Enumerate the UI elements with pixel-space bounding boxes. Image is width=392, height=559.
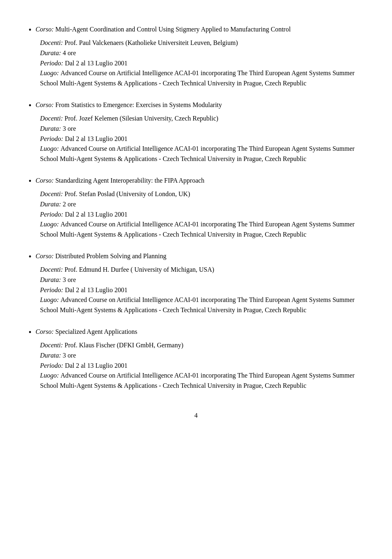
corso-value-2: From Statistics to Emergence: Exercises … xyxy=(55,101,222,108)
durata-label-4: Durata: xyxy=(40,276,63,283)
corso-text-4: Corso: Distributed Problem Solving and P… xyxy=(36,251,166,262)
bullet-icon-3: • xyxy=(29,175,31,188)
corso-row-3: •Corso: Standardizing Agent Interoperabi… xyxy=(29,176,363,188)
luogo-value-4: Advanced Course on Artificial Intelligen… xyxy=(40,296,354,313)
periodo-label-3: Periodo: xyxy=(40,211,65,218)
docenti-line-3: Docenti: Prof. Stefan Poslad (University… xyxy=(29,189,363,199)
docenti-value-4: Prof. Edmund H. Durfee ( University of M… xyxy=(65,266,214,273)
luogo-label-3: Luogo: xyxy=(40,221,60,228)
durata-label-3: Durata: xyxy=(40,201,63,208)
luogo-block-3: Luogo: Advanced Course on Artificial Int… xyxy=(29,219,363,240)
durata-line-1: Durata: 4 ore xyxy=(29,48,363,58)
periodo-value-5: Dal 2 al 13 Luglio 2001 xyxy=(65,362,127,369)
docenti-line-4: Docenti: Prof. Edmund H. Durfee ( Univer… xyxy=(29,265,363,275)
corso-value-5: Specialized Agent Applications xyxy=(55,328,137,335)
luogo-label-1: Luogo: xyxy=(40,69,60,76)
luogo-value-1: Advanced Course on Artificial Intelligen… xyxy=(40,69,354,87)
corso-label-5: Corso: xyxy=(36,328,55,335)
course-block-2: •Corso: From Statistics to Emergence: Ex… xyxy=(29,100,363,164)
corso-text-2: Corso: From Statistics to Emergence: Exe… xyxy=(36,100,222,110)
course-block-3: •Corso: Standardizing Agent Interoperabi… xyxy=(29,176,363,240)
luogo-value-3: Advanced Course on Artificial Intelligen… xyxy=(40,221,354,238)
periodo-label-5: Periodo: xyxy=(40,362,65,369)
periodo-value-3: Dal 2 al 13 Luglio 2001 xyxy=(65,211,127,218)
corso-row-5: •Corso: Specialized Agent Applications xyxy=(29,327,363,339)
durata-value-4: 3 ore xyxy=(63,276,76,283)
corso-text-5: Corso: Specialized Agent Applications xyxy=(36,327,137,337)
bullet-icon-1: • xyxy=(29,24,31,36)
docenti-value-5: Prof. Klaus Fischer (DFKI GmbH, Germany) xyxy=(65,342,183,349)
corso-row-2: •Corso: From Statistics to Emergence: Ex… xyxy=(29,100,363,112)
docenti-line-2: Docenti: Prof. Jozef Kelemen (Silesian U… xyxy=(29,114,363,124)
corso-value-1: Multi-Agent Coordination and Control Usi… xyxy=(55,26,290,33)
corso-value-4: Distributed Problem Solving and Planning xyxy=(55,253,166,259)
docenti-line-1: Docenti: Prof. Paul Valckenaers (Katholi… xyxy=(29,38,363,48)
corso-text-3: Corso: Standardizing Agent Interoperabil… xyxy=(36,176,205,186)
corso-row-4: •Corso: Distributed Problem Solving and … xyxy=(29,251,363,263)
docenti-value-3: Prof. Stefan Poslad (University of Londo… xyxy=(65,190,190,197)
page-number: 4 xyxy=(29,411,363,421)
durata-line-5: Durata: 3 ore xyxy=(29,351,363,361)
luogo-block-4: Luogo: Advanced Course on Artificial Int… xyxy=(29,295,363,315)
luogo-label-4: Luogo: xyxy=(40,296,60,303)
luogo-value-2: Advanced Course on Artificial Intelligen… xyxy=(40,145,354,162)
periodo-value-2: Dal 2 al 13 Luglio 2001 xyxy=(65,135,127,142)
durata-label-5: Durata: xyxy=(40,352,63,359)
docenti-value-1: Prof. Paul Valckenaers (Katholieke Unive… xyxy=(65,39,238,46)
bullet-icon-5: • xyxy=(29,326,31,339)
durata-line-3: Durata: 2 ore xyxy=(29,199,363,210)
bullet-icon-2: • xyxy=(29,99,31,112)
corso-row-1: •Corso: Multi-Agent Coordination and Con… xyxy=(29,25,363,36)
corso-label-3: Corso: xyxy=(36,177,55,184)
docenti-label-1: Docenti: xyxy=(40,39,65,46)
luogo-block-1: Luogo: Advanced Course on Artificial Int… xyxy=(29,68,363,89)
luogo-block-2: Luogo: Advanced Course on Artificial Int… xyxy=(29,144,363,164)
bullet-icon-4: • xyxy=(29,250,31,263)
courses-container: •Corso: Multi-Agent Coordination and Con… xyxy=(29,25,363,391)
durata-value-1: 4 ore xyxy=(63,49,76,56)
luogo-block-5: Luogo: Advanced Course on Artificial Int… xyxy=(29,371,363,391)
docenti-label-4: Docenti: xyxy=(40,266,65,273)
durata-value-5: 3 ore xyxy=(63,352,76,359)
durata-label-1: Durata: xyxy=(40,49,63,56)
corso-value-3: Standardizing Agent Interoperability: th… xyxy=(55,177,204,184)
docenti-line-5: Docenti: Prof. Klaus Fischer (DFKI GmbH,… xyxy=(29,340,363,351)
periodo-value-4: Dal 2 al 13 Luglio 2001 xyxy=(65,286,127,293)
periodo-line-5: Periodo: Dal 2 al 13 Luglio 2001 xyxy=(29,361,363,371)
durata-value-2: 3 ore xyxy=(63,125,76,132)
luogo-label-5: Luogo: xyxy=(40,372,60,379)
docenti-value-2: Prof. Jozef Kelemen (Silesian University… xyxy=(65,115,218,122)
corso-text-1: Corso: Multi-Agent Coordination and Cont… xyxy=(36,25,291,35)
corso-label-1: Corso: xyxy=(36,26,55,33)
durata-line-2: Durata: 3 ore xyxy=(29,124,363,134)
periodo-label-1: Periodo: xyxy=(40,60,65,67)
periodo-label-4: Periodo: xyxy=(40,286,65,293)
docenti-label-3: Docenti: xyxy=(40,190,65,197)
luogo-value-5: Advanced Course on Artificial Intelligen… xyxy=(40,372,354,389)
docenti-label-5: Docenti: xyxy=(40,342,65,349)
course-block-5: •Corso: Specialized Agent ApplicationsDo… xyxy=(29,327,363,391)
periodo-value-1: Dal 2 al 13 Luglio 2001 xyxy=(65,60,127,67)
periodo-line-3: Periodo: Dal 2 al 13 Luglio 2001 xyxy=(29,210,363,220)
course-block-1: •Corso: Multi-Agent Coordination and Con… xyxy=(29,25,363,89)
corso-label-2: Corso: xyxy=(36,101,55,108)
course-block-4: •Corso: Distributed Problem Solving and … xyxy=(29,251,363,315)
durata-line-4: Durata: 3 ore xyxy=(29,275,363,285)
periodo-label-2: Periodo: xyxy=(40,135,65,142)
docenti-label-2: Docenti: xyxy=(40,115,65,122)
durata-value-3: 2 ore xyxy=(63,201,76,208)
corso-label-4: Corso: xyxy=(36,253,55,259)
periodo-line-2: Periodo: Dal 2 al 13 Luglio 2001 xyxy=(29,134,363,144)
periodo-line-1: Periodo: Dal 2 al 13 Luglio 2001 xyxy=(29,58,363,69)
durata-label-2: Durata: xyxy=(40,125,63,132)
periodo-line-4: Periodo: Dal 2 al 13 Luglio 2001 xyxy=(29,285,363,295)
luogo-label-2: Luogo: xyxy=(40,145,60,152)
